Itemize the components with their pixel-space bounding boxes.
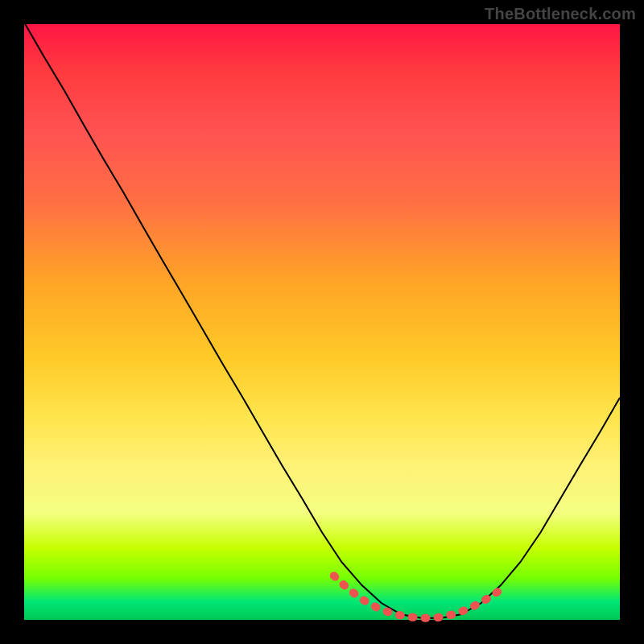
- watermark-text: TheBottleneck.com: [485, 5, 636, 23]
- chart-stage: TheBottleneck.com: [0, 0, 644, 644]
- main-curve: [24, 23, 620, 618]
- curve-layer: [24, 24, 620, 620]
- plot-area: [24, 24, 620, 620]
